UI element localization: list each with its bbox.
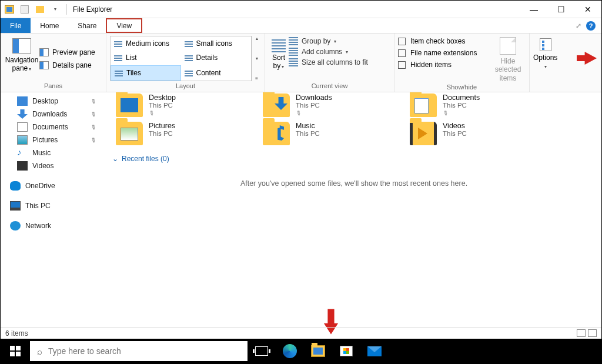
layout-list: Medium icons Small icons List Details Ti…	[110, 36, 252, 81]
sidebar-item-music[interactable]: ♪Music	[1, 146, 106, 159]
tab-home[interactable]: Home	[31, 18, 68, 33]
sidebar-item-documents[interactable]: Documents✎	[1, 121, 106, 133]
pin-icon: ✎	[89, 109, 98, 119]
chevron-down-icon: ⌄	[112, 155, 118, 163]
quick-access-toolbar: ▾	[1, 3, 64, 16]
status-item-count: 6 items	[5, 329, 28, 338]
view-details-icon[interactable]	[577, 329, 586, 337]
add-columns-button[interactable]: Add columns ▾	[289, 48, 368, 56]
taskbar-search[interactable]: ⌕ Type here to search	[30, 341, 248, 361]
group-label-current-view: Current view	[269, 81, 390, 92]
folder-grid: DesktopThis PC✎ DownloadsThis PC✎ Docume…	[112, 92, 596, 148]
pin-icon: ✎	[89, 96, 98, 106]
hide-selected-icon	[500, 37, 516, 55]
taskbar-store[interactable]	[332, 339, 360, 363]
details-pane-button[interactable]: Details pane	[39, 61, 95, 69]
folder-icon	[263, 122, 290, 145]
videos-icon	[17, 161, 28, 171]
sidebar-item-network[interactable]: Network	[1, 219, 106, 232]
group-current-view: Sort by ▾ Group by ▾ Add columns ▾ Size …	[265, 34, 394, 92]
tab-view[interactable]: View	[106, 18, 142, 33]
sidebar-item-onedrive[interactable]: OneDrive	[1, 179, 106, 192]
layout-tiles[interactable]: Tiles	[111, 65, 181, 81]
folder-desktop[interactable]: DesktopThis PC✎	[112, 92, 259, 119]
layout-content[interactable]: Content	[181, 65, 252, 81]
group-by-button[interactable]: Group by ▾	[289, 37, 368, 45]
annotation-arrow-right	[577, 49, 597, 68]
layout-list[interactable]: List	[111, 51, 181, 65]
options-button[interactable]: Options▾	[533, 36, 557, 81]
view-large-icon[interactable]	[588, 329, 597, 337]
qat-newfolder[interactable]	[34, 3, 46, 16]
group-label-layout: Layout	[110, 81, 261, 92]
folder-icon	[410, 122, 437, 145]
layout-icon	[185, 69, 193, 76]
taskbar-edge[interactable]	[276, 339, 304, 363]
folder-videos[interactable]: VideosThis PC	[406, 119, 553, 148]
help-icon[interactable]: ?	[586, 21, 596, 31]
maximize-button[interactable]: ☐	[547, 1, 574, 18]
taskbar-mail[interactable]	[360, 339, 389, 363]
divider	[66, 4, 67, 15]
taskbar-explorer[interactable]	[304, 339, 332, 363]
folder-downloads[interactable]: DownloadsThis PC✎	[259, 92, 406, 119]
sidebar: Desktop✎ Downloads✎ Documents✎ Pictures✎…	[1, 92, 106, 328]
recent-files-empty-message: After you've opened some files, we'll sh…	[112, 179, 596, 188]
task-view-button[interactable]	[248, 339, 276, 363]
tab-share[interactable]: Share	[68, 18, 106, 33]
layout-details[interactable]: Details	[181, 51, 252, 65]
explorer-icon	[3, 3, 16, 16]
minimize-button[interactable]: —	[520, 1, 547, 18]
layout-icon	[115, 69, 123, 76]
group-label-show-hide: Show/hide	[398, 82, 526, 93]
recent-files-header[interactable]: ⌄Recent files (0)	[112, 155, 596, 163]
sort-by-button[interactable]: Sort by ▾	[269, 36, 289, 81]
navigation-pane-button[interactable]: Navigation pane ▾	[4, 36, 39, 81]
size-all-columns-button[interactable]: Size all columns to fit	[289, 58, 368, 66]
folder-icon	[116, 122, 143, 145]
sidebar-item-thispc[interactable]: This PC	[1, 199, 106, 212]
explorer-icon	[311, 345, 325, 357]
folder-music[interactable]: MusicThis PC	[259, 119, 406, 148]
status-bar: 6 items	[1, 327, 601, 339]
sidebar-item-videos[interactable]: Videos	[1, 159, 106, 172]
ribbon: Navigation pane ▾ Preview pane Details p…	[1, 34, 601, 92]
folder-pictures[interactable]: PicturesThis PC	[112, 119, 259, 148]
item-check-boxes[interactable]: Item check boxes	[398, 37, 490, 45]
options-icon	[540, 38, 551, 51]
layout-scroll[interactable]: ▴▾≡	[252, 36, 261, 81]
file-name-extensions[interactable]: File name extensions	[398, 49, 490, 57]
folder-icon	[116, 93, 143, 117]
layout-icon	[114, 40, 122, 47]
qat-properties[interactable]	[18, 3, 31, 16]
network-icon	[10, 221, 21, 231]
navigation-pane-icon	[12, 38, 31, 54]
content-pane: DesktopThis PC✎ DownloadsThis PC✎ Docume…	[106, 92, 601, 328]
mail-icon	[367, 346, 382, 356]
desktop-icon	[17, 96, 28, 106]
layout-small-icons[interactable]: Small icons	[181, 36, 252, 51]
folder-documents[interactable]: DocumentsThis PC✎	[406, 92, 553, 119]
hide-selected-items-button[interactable]: Hide selected items	[490, 36, 526, 82]
hidden-items[interactable]: Hidden items	[398, 61, 490, 69]
sidebar-item-downloads[interactable]: Downloads✎	[1, 108, 106, 121]
size-columns-icon	[289, 58, 298, 66]
group-label-panes: Panes	[4, 81, 102, 92]
thispc-icon	[10, 201, 21, 211]
svg-marker-0	[577, 52, 597, 65]
tab-file[interactable]: File	[1, 18, 31, 33]
start-button[interactable]	[1, 339, 30, 363]
qat-menu[interactable]: ▾	[49, 3, 62, 16]
group-panes: Navigation pane ▾ Preview pane Details p…	[1, 34, 106, 92]
preview-pane-button[interactable]: Preview pane	[39, 48, 95, 56]
close-button[interactable]: ✕	[574, 1, 601, 18]
layout-icon	[185, 40, 193, 47]
sidebar-item-pictures[interactable]: Pictures✎	[1, 133, 106, 146]
title-bar: ▾ File Explorer — ☐ ✕	[1, 1, 601, 18]
layout-medium-icons[interactable]: Medium icons	[111, 36, 181, 51]
folder-icon	[263, 93, 290, 117]
minimize-ribbon-icon[interactable]: ⤢	[576, 22, 581, 30]
search-icon: ⌕	[37, 346, 42, 356]
main-area: Desktop✎ Downloads✎ Documents✎ Pictures✎…	[1, 92, 601, 328]
sidebar-item-desktop[interactable]: Desktop✎	[1, 95, 106, 108]
